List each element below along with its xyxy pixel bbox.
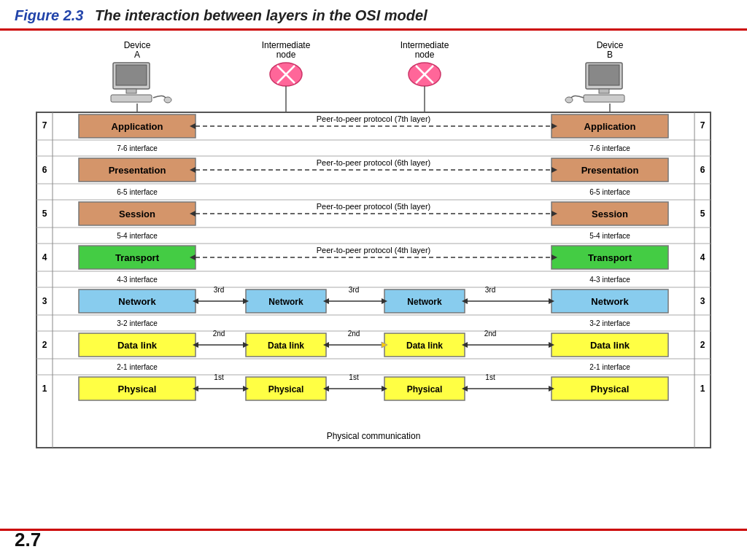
ord-3rd-2: 3rd [349, 286, 359, 294]
svg-rect-8 [584, 95, 624, 102]
num-6-right: 6 [700, 165, 705, 175]
ord-1st-2: 1st [349, 373, 359, 381]
device-a-label: Device [124, 40, 151, 50]
device-a-label2: A [134, 50, 140, 60]
right-app-label: Application [584, 121, 636, 132]
device-b-label2: B [607, 50, 613, 60]
page-number: 2.7 [15, 529, 41, 551]
int1-net-label: Network [268, 297, 303, 307]
int-node1-label2: node [276, 50, 296, 60]
num-4-left: 4 [42, 252, 47, 262]
left-phys-label: Physical [118, 384, 157, 394]
ord-1st-1: 1st [214, 373, 224, 381]
num-6-left: 6 [42, 165, 47, 175]
main-content: Device A Device B Intermediate node Inte… [0, 31, 747, 560]
physical-comm-label: Physical communication [327, 431, 421, 441]
ord-2nd-3: 2nd [484, 330, 497, 338]
left-data-label: Data link [117, 340, 158, 351]
right-trans-label: Transport [588, 252, 632, 263]
figure-description: The interaction between layers in the OS… [95, 7, 427, 23]
num-5-right: 5 [700, 209, 705, 219]
proto-6-label: Peer-to-peer protocol (6th layer) [317, 158, 431, 167]
iface-65-right: 6-5 interface [589, 188, 630, 196]
num-7-right: 7 [700, 120, 705, 131]
num-1-left: 1 [42, 384, 47, 394]
left-app-label: Application [112, 121, 163, 132]
num-3-left: 3 [42, 296, 47, 306]
svg-point-4 [164, 97, 171, 103]
iface-43-right: 4-3 interface [589, 276, 630, 284]
num-4-right: 4 [700, 252, 705, 262]
int-node2-label: Intermediate [400, 40, 449, 50]
iface-43-left: 4-3 interface [117, 276, 158, 284]
computer-b [565, 63, 624, 103]
ord-1st-3: 1st [485, 373, 495, 381]
left-sess-label: Session [119, 209, 155, 219]
int1-phys-label: Physical [268, 384, 304, 394]
right-net-label: Network [591, 296, 629, 307]
num-3-right: 3 [700, 296, 705, 306]
int2-phys-label: Physical [407, 384, 443, 394]
iface-21-right: 2-1 interface [589, 363, 630, 371]
proto-7-label: Peer-to-peer protocol (7th layer) [317, 114, 431, 123]
svg-rect-3 [111, 95, 152, 102]
num-5-left: 5 [42, 209, 47, 219]
num-2-right: 2 [700, 340, 705, 350]
ord-2nd-2: 2nd [348, 330, 360, 338]
ord-3rd-3: 3rd [485, 286, 495, 294]
svg-point-9 [565, 97, 573, 103]
iface-76-right: 7-6 interface [589, 144, 630, 152]
computer-a [111, 63, 171, 103]
iface-32-right: 3-2 interface [589, 319, 630, 327]
svg-rect-7 [599, 89, 609, 93]
bottom-rule [0, 529, 747, 531]
router1 [270, 63, 302, 86]
right-sess-label: Session [592, 209, 628, 219]
svg-rect-1 [116, 65, 147, 85]
int2-net-label: Network [407, 297, 442, 307]
num-2-left: 2 [42, 340, 47, 350]
figure-label: Figure 2.3 [15, 7, 83, 23]
iface-76-left: 7-6 interface [117, 144, 158, 152]
figure-title: Figure 2.3 The interaction between layer… [15, 7, 732, 24]
page: Figure 2.3 The interaction between layer… [0, 0, 747, 560]
svg-rect-2 [126, 89, 136, 93]
iface-65-left: 6-5 interface [117, 188, 158, 196]
right-pres-label: Presentation [581, 165, 639, 176]
svg-rect-6 [589, 65, 619, 85]
osi-diagram: Device A Device B Intermediate node Inte… [15, 35, 732, 487]
right-phys-label: Physical [591, 384, 630, 394]
iface-21-left: 2-1 interface [117, 363, 158, 371]
header: Figure 2.3 The interaction between layer… [0, 0, 747, 31]
iface-54-left: 5-4 interface [117, 232, 158, 240]
ord-3rd-1: 3rd [214, 286, 224, 294]
num-7-left: 7 [42, 120, 47, 131]
iface-54-right: 5-4 interface [589, 232, 630, 240]
iface-32-left: 3-2 interface [117, 319, 158, 327]
int-node1-label: Intermediate [262, 40, 311, 50]
proto-4-label: Peer-to-peer protocol (4th layer) [317, 246, 431, 254]
right-data-label: Data link [590, 340, 630, 351]
int-node2-label2: node [415, 50, 435, 60]
ord-2nd-1: 2nd [213, 330, 225, 338]
left-pres-label: Presentation [109, 165, 166, 176]
device-b-label: Device [597, 40, 624, 50]
left-trans-label: Transport [115, 252, 160, 263]
int2-data-label: Data link [406, 341, 443, 351]
int1-data-label: Data link [268, 341, 304, 351]
left-net-label: Network [118, 296, 156, 307]
router2 [409, 63, 441, 86]
num-1-right: 1 [700, 384, 705, 394]
proto-5-label: Peer-to-peer protocol (5th layer) [317, 202, 431, 211]
